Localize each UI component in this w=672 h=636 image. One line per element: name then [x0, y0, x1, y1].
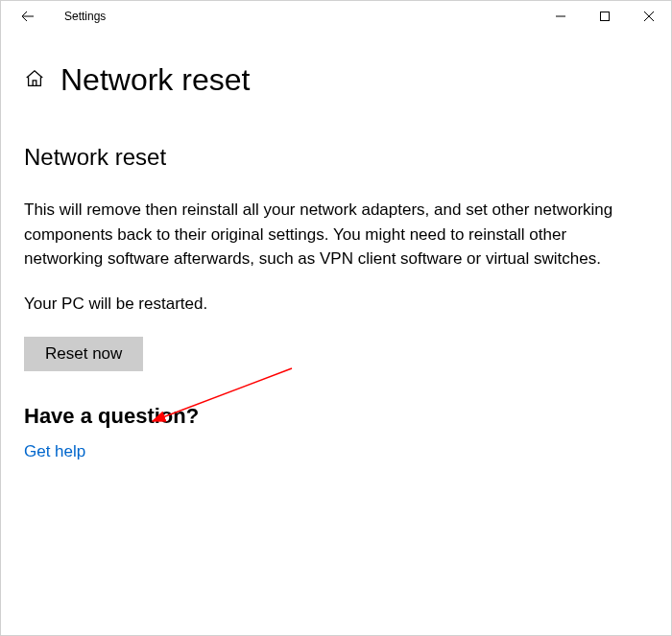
page-header: Network reset — [24, 62, 648, 98]
close-button[interactable] — [627, 1, 671, 32]
title-left: Settings — [9, 1, 106, 32]
window-title: Settings — [64, 10, 106, 23]
help-heading: Have a question? — [24, 404, 648, 429]
content-area: Network reset Network reset This will re… — [1, 32, 671, 461]
minimize-icon — [556, 12, 565, 21]
back-arrow-icon — [20, 9, 36, 24]
title-bar: Settings — [1, 1, 671, 32]
svg-rect-2 — [601, 12, 610, 21]
reset-now-button[interactable]: Reset now — [24, 337, 143, 371]
back-button[interactable] — [9, 1, 47, 32]
section-description: This will remove then reinstall all your… — [24, 198, 638, 271]
get-help-link[interactable]: Get help — [24, 442, 85, 460]
window-controls — [539, 1, 671, 32]
restart-note: Your PC will be restarted. — [24, 294, 648, 314]
maximize-button[interactable] — [583, 1, 627, 32]
maximize-icon — [600, 12, 610, 21]
minimize-button[interactable] — [539, 1, 583, 32]
close-icon — [644, 12, 654, 21]
section-heading: Network reset — [24, 144, 648, 171]
page-title: Network reset — [60, 62, 250, 98]
home-icon[interactable] — [24, 68, 45, 93]
